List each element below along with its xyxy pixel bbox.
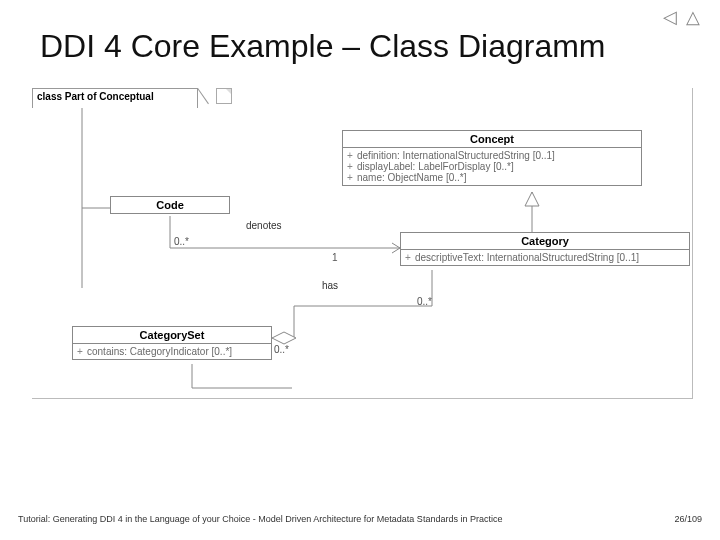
class-categoryset: CategorySet +contains: CategoryIndicator…: [72, 326, 272, 360]
svg-marker-9: [272, 332, 296, 344]
assoc-has-label: has: [322, 280, 338, 291]
uml-note-icon: [216, 88, 232, 104]
next-icon[interactable]: △: [686, 6, 702, 28]
prev-icon[interactable]: ◁: [663, 6, 679, 28]
class-categoryset-name: CategorySet: [73, 327, 271, 344]
package-tab: class Part of Conceptual: [32, 88, 198, 108]
class-categoryset-attrs: +contains: CategoryIndicator [0..*]: [73, 344, 271, 359]
class-category: Category +descriptiveText: International…: [400, 232, 690, 266]
svg-marker-5: [525, 192, 539, 206]
class-concept-attrs: +definition: InternationalStructuredStri…: [343, 148, 641, 185]
footer-text: Tutorial: Generating DDI 4 in the Langua…: [18, 514, 502, 524]
class-category-attrs: +descriptiveText: InternationalStructure…: [401, 250, 689, 265]
slide-title: DDI 4 Core Example – Class Diagramm: [40, 28, 606, 65]
slide-footer: Tutorial: Generating DDI 4 in the Langua…: [18, 514, 702, 524]
class-category-name: Category: [401, 233, 689, 250]
class-code-name: Code: [111, 197, 229, 213]
package-tab-corner: [198, 88, 212, 108]
mult-has-category: 0..*: [417, 296, 432, 307]
slide-nav[interactable]: ◁ △: [663, 6, 702, 28]
class-concept: Concept +definition: InternationalStruct…: [342, 130, 642, 186]
mult-contains-end: 0..*: [274, 344, 289, 355]
class-concept-name: Concept: [343, 131, 641, 148]
diagram-frame: class Part of Conceptual Concept +defini…: [32, 88, 693, 399]
assoc-denotes-label: denotes: [246, 220, 282, 231]
mult-denotes-category: 1: [332, 252, 338, 263]
class-code: Code: [110, 196, 230, 214]
mult-denotes-code: 0..*: [174, 236, 189, 247]
page-number: 26/109: [674, 514, 702, 524]
